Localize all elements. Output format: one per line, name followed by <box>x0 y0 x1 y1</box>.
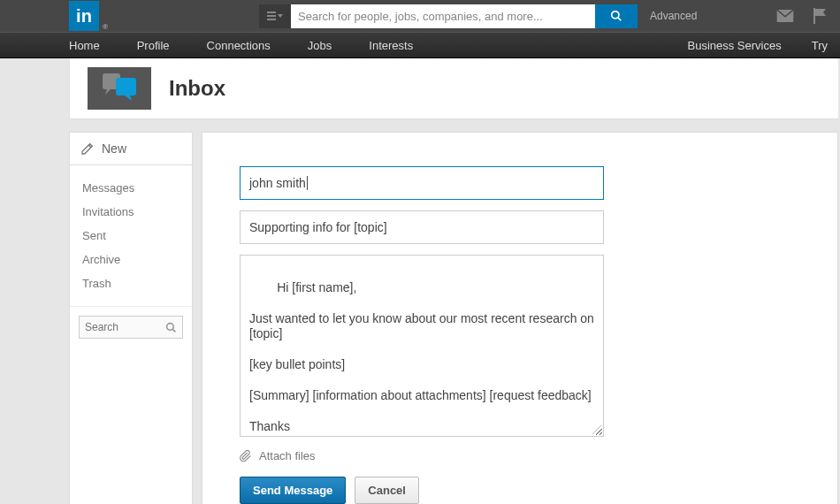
inbox-search-input[interactable] <box>85 321 164 333</box>
resize-handle-icon[interactable] <box>592 425 601 434</box>
subject-value: Supporting info for [topic] <box>249 220 387 234</box>
inbox-header: Inbox <box>69 58 838 119</box>
svg-line-8 <box>599 432 601 434</box>
svg-line-1 <box>618 18 622 21</box>
search-icon <box>610 10 622 22</box>
attach-files-link[interactable]: Attach files <box>240 449 800 462</box>
global-search-input[interactable] <box>291 4 595 28</box>
mail-icon[interactable] <box>776 10 794 22</box>
menu-icon <box>267 11 276 20</box>
nav-interests[interactable]: Interests <box>369 39 413 52</box>
advanced-search-link[interactable]: Advanced <box>650 10 697 22</box>
chevron-down-icon <box>278 14 283 18</box>
subject-field[interactable]: Supporting info for [topic] <box>240 210 604 244</box>
compose-new-button[interactable]: New <box>70 133 192 165</box>
sidebar-item-messages[interactable]: Messages <box>70 176 192 200</box>
top-bar: in ® Advanced <box>0 0 840 32</box>
message-body-field[interactable]: Hi [first name], Just wanted to let you … <box>240 255 604 437</box>
sidebar-item-invitations[interactable]: Invitations <box>70 200 192 224</box>
compose-new-label: New <box>102 141 126 156</box>
svg-line-5 <box>172 329 175 332</box>
primary-nav: Home Profile Connections Jobs Interests … <box>0 32 840 58</box>
page-title: Inbox <box>169 76 225 101</box>
svg-point-4 <box>167 323 174 330</box>
sidebar-item-trash[interactable]: Trash <box>70 271 192 295</box>
inbox-icon <box>88 67 151 110</box>
linkedin-logo[interactable]: in ® <box>69 1 99 31</box>
attach-files-label: Attach files <box>259 449 316 462</box>
nav-try[interactable]: Try <box>812 39 828 52</box>
recipient-field[interactable]: john smith <box>240 166 604 200</box>
svg-line-6 <box>592 425 601 434</box>
nav-profile[interactable]: Profile <box>137 39 170 52</box>
compose-icon <box>80 141 95 156</box>
nav-jobs[interactable]: Jobs <box>308 39 332 52</box>
nav-home[interactable]: Home <box>69 39 100 52</box>
svg-point-0 <box>612 11 619 19</box>
inbox-sidebar: New Messages Invitations Sent Archive Tr… <box>69 132 193 504</box>
paperclip-icon <box>240 450 252 462</box>
cancel-button[interactable]: Cancel <box>355 477 419 504</box>
search-button[interactable] <box>595 4 638 28</box>
svg-rect-3 <box>813 8 815 24</box>
search-icon <box>165 322 177 333</box>
inbox-search[interactable] <box>79 316 183 339</box>
nav-business-services[interactable]: Business Services <box>687 39 781 52</box>
account-dropdown[interactable] <box>259 4 291 28</box>
nav-connections[interactable]: Connections <box>207 39 271 52</box>
flag-icon[interactable] <box>813 8 828 24</box>
sidebar-item-sent[interactable]: Sent <box>70 224 192 248</box>
message-body-value: Hi [first name], Just wanted to let you … <box>249 280 598 438</box>
compose-panel: john smith Supporting info for [topic] H… <box>202 132 838 504</box>
svg-line-7 <box>596 429 601 434</box>
sidebar-item-archive[interactable]: Archive <box>70 248 192 271</box>
recipient-value: john smith <box>249 176 308 190</box>
send-message-button[interactable]: Send Message <box>240 477 346 504</box>
registered-mark: ® <box>103 23 108 31</box>
